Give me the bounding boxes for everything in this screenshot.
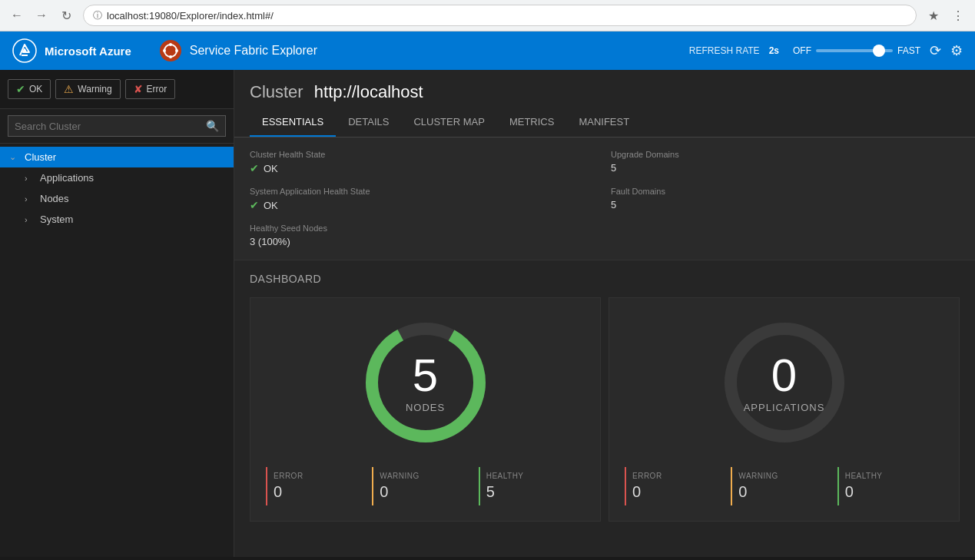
tab-manifest[interactable]: MANIFEST [566,108,642,137]
system-app-health-label: System Application Health State [250,187,599,196]
tab-essentials[interactable]: ESSENTIALS [250,108,336,137]
apps-healthy-label: HEALTHY [845,472,937,480]
right-panel: Cluster http://localhost ESSENTIALS DETA… [234,70,975,557]
healthy-seed-nodes-value: 3 (100%) [250,236,599,247]
dashboard-section: DASHBOARD 5 [234,260,975,534]
cluster-title: Cluster http://localhost [250,82,960,102]
svg-point-6 [175,49,178,52]
cluster-tree-row[interactable]: ⌄ Cluster [0,147,234,167]
apps-label: APPLICATIONS [744,402,825,413]
system-toggle-icon: › [25,215,35,224]
nodes-donut-container: 5 NODES [357,313,495,452]
apps-error-label: ERROR [632,472,725,480]
speed-slider[interactable] [816,49,893,52]
search-button[interactable]: 🔍 [200,116,225,136]
brand-name: Microsoft Azure [45,45,131,58]
svg-point-4 [169,55,172,58]
applications-toggle-icon: › [25,174,35,183]
applications-label: Applications [40,172,94,184]
nodes-error-value: 0 [274,483,366,501]
healthy-seed-nodes-label: Healthy Seed Nodes [250,224,599,233]
search-input[interactable] [8,117,200,136]
header-controls: REFRESH RATE 2s OFF FAST ⟳ ⚙ [689,42,963,59]
address-bar[interactable]: ⓘ localhost:19080/Explorer/index.html#/ [83,5,917,26]
apps-donut-container: 0 APPLICATIONS [715,313,854,452]
cluster-health-ok-icon: ✔ [250,162,259,174]
system-app-health-text: OK [264,200,278,211]
cluster-tree-label: Cluster [25,151,56,163]
tab-details[interactable]: DETAILS [336,108,401,137]
back-button[interactable]: ← [6,5,28,26]
nav-buttons: ← → ↻ [6,5,77,26]
forward-button[interactable]: → [31,5,52,26]
lock-icon: ⓘ [93,9,102,22]
search-bar: 🔍 [0,109,234,144]
ok-label: OK [29,84,42,94]
tree-children: › Applications › Nodes › System [0,167,234,230]
cluster-health-label: Cluster Health State [250,150,599,159]
browser-toolbar: ← → ↻ ⓘ localhost:19080/Explorer/index.h… [0,0,975,31]
cluster-toggle-icon: ⌄ [9,152,20,162]
apps-warning-label: WARNING [738,472,831,480]
nodes-error-label: ERROR [274,472,366,480]
azure-logo [12,38,37,63]
nodes-toggle-icon: › [25,194,35,204]
apps-count: 0 [771,353,797,399]
cluster-health-text: OK [264,163,278,174]
nodes-count: 5 [413,353,438,399]
upgrade-domains-value: 5 [611,162,960,174]
refresh-icon[interactable]: ⟳ [930,42,941,59]
apps-stats-row: ERROR 0 WARNING 0 HEALTHY 0 [625,467,943,505]
search-input-wrapper: 🔍 [8,115,226,137]
system-app-health-value: ✔ OK [250,199,599,211]
menu-button[interactable]: ⋮ [947,5,969,26]
essentials-grid: Cluster Health State ✔ OK Upgrade Domain… [250,150,960,247]
nodes-label: Nodes [40,193,69,204]
main-content: ✔ OK ⚠ Warning ✘ Error 🔍 [0,70,975,557]
fault-domains-value: 5 [611,199,960,210]
url-text: localhost:19080/Explorer/index.html#/ [107,10,274,22]
ok-filter-button[interactable]: ✔ OK [8,79,51,99]
warning-icon: ⚠ [64,83,74,95]
nodes-label: NODES [406,402,445,413]
ok-icon: ✔ [16,83,25,95]
nodes-healthy-label: HEALTHY [486,472,579,480]
fault-domains-label: Fault Domains [611,187,960,196]
apps-card: 0 APPLICATIONS ERROR 0 WARNING 0 [609,297,960,522]
nodes-warning-label: WARNING [380,472,472,480]
settings-icon[interactable]: ⚙ [950,42,963,59]
nodes-donut-center: 5 NODES [406,353,445,413]
dashboard-title: DASHBOARD [250,273,960,285]
nodes-card: 5 NODES ERROR 0 WARNING 0 [250,297,601,522]
warning-filter-button[interactable]: ⚠ Warning [55,79,120,99]
speed-slider-container: OFF FAST [793,45,920,56]
app-header: Microsoft Azure Service Fabric Explorer … [0,31,975,70]
tab-metrics[interactable]: METRICS [497,108,567,137]
bookmark-button[interactable]: ★ [923,5,944,26]
tree-item-nodes[interactable]: › Nodes [15,188,234,209]
upgrade-domains-item: Upgrade Domains 5 [611,150,960,174]
nodes-healthy-stat: HEALTHY 5 [479,467,585,505]
system-app-health-item: System Application Health State ✔ OK [250,187,599,211]
tree-item-applications[interactable]: › Applications [15,167,234,188]
tree-item-cluster: ⌄ Cluster › Applications › Nodes [0,147,234,230]
status-bar: ✔ OK ⚠ Warning ✘ Error [0,70,234,109]
slider-fast-label: FAST [897,45,920,56]
tabs-container: ESSENTIALS DETAILS CLUSTER MAP METRICS M… [234,108,975,138]
upgrade-domains-label: Upgrade Domains [611,150,960,159]
error-filter-button[interactable]: ✘ Error [125,79,176,99]
svg-point-3 [169,43,172,46]
error-label: Error [147,84,167,94]
reload-button[interactable]: ↻ [55,5,77,26]
service-fabric-icon [159,39,182,62]
tree-item-system[interactable]: › System [15,209,234,230]
tree-nav: ⌄ Cluster › Applications › Nodes [0,144,234,557]
tab-cluster-map[interactable]: CLUSTER MAP [401,108,496,137]
apps-healthy-stat: HEALTHY 0 [837,467,943,505]
apps-donut-center: 0 APPLICATIONS [744,353,825,413]
svg-point-5 [163,49,166,52]
slider-thumb [873,45,885,57]
healthy-seed-nodes-item: Healthy Seed Nodes 3 (100%) [250,224,599,247]
app-wrapper: Microsoft Azure Service Fabric Explorer … [0,31,975,557]
cluster-header: Cluster http://localhost [234,70,975,102]
